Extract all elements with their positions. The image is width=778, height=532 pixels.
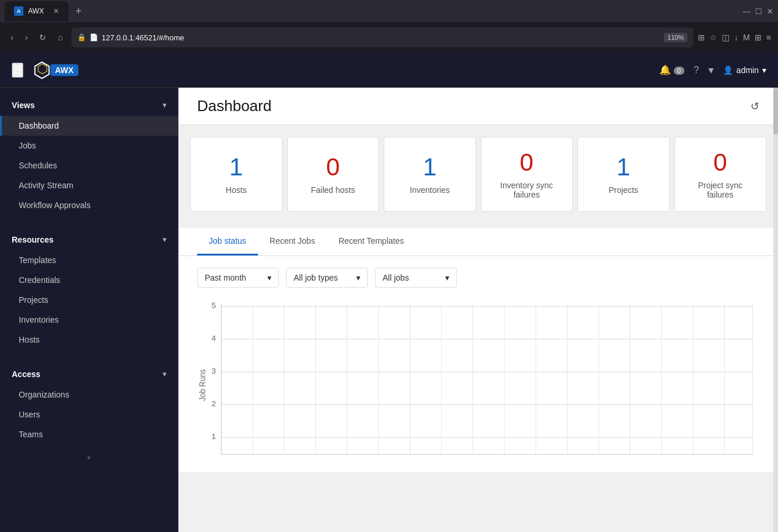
close-window-button[interactable]: ✕	[767, 7, 773, 16]
help-chevron-icon[interactable]: ▾	[708, 64, 714, 77]
pocket-icon[interactable]: ◫	[722, 33, 729, 42]
access-chevron-icon: ▾	[163, 370, 166, 378]
sidebar-item-workflow-approvals[interactable]: Workflow Approvals	[0, 195, 178, 215]
browser-chrome: A AWX ✕ + — ☐ ✕ ‹ › ↻ ⌂ 🔒 📄 110% ⊞ ☆ ◫ ↓…	[0, 0, 778, 53]
stat-card-inventories[interactable]: 1 Inventories	[384, 137, 476, 212]
user-menu-button[interactable]: 👤 admin ▾	[723, 65, 766, 75]
new-tab-button[interactable]: +	[71, 5, 87, 18]
sidebar-item-schedules[interactable]: Schedules	[0, 156, 178, 175]
inventory-sync-failures-label: Inventory sync failures	[491, 181, 563, 199]
sidebar-item-projects[interactable]: Projects	[0, 290, 178, 310]
logo-box: AWX	[50, 64, 78, 76]
tabs: Job status Recent Jobs Recent Templates	[197, 228, 759, 255]
tab-recent-jobs[interactable]: Recent Jobs	[258, 228, 327, 255]
sidebar-item-credentials[interactable]: Credentials	[0, 270, 178, 290]
hex-icon-2: ⬡	[37, 61, 48, 77]
active-tab[interactable]: A AWX ✕	[5, 1, 68, 21]
tab-favicon: A	[14, 6, 23, 16]
tab-recent-templates[interactable]: Recent Templates	[327, 228, 416, 255]
views-chevron-icon: ▾	[163, 101, 166, 109]
user-name: admin	[736, 65, 759, 75]
status-filter[interactable]: All jobs ▾	[375, 268, 457, 288]
notifications-button[interactable]: 🔔 0	[659, 64, 684, 75]
menu-toggle-button[interactable]: ☰	[12, 63, 23, 78]
period-filter-value: Past month	[205, 273, 246, 282]
tab-job-status[interactable]: Job status	[197, 228, 258, 255]
stat-card-projects[interactable]: 1 Projects	[577, 137, 670, 212]
period-filter[interactable]: Past month ▾	[197, 268, 279, 288]
sidebar-item-jobs[interactable]: Jobs	[0, 136, 178, 156]
minimize-button[interactable]: —	[743, 7, 751, 16]
status-filter-chevron-icon: ▾	[445, 273, 449, 282]
sidebar-access-label: Access	[12, 369, 40, 379]
page-title: Dashboard	[197, 97, 271, 115]
sidebar-access-header[interactable]: Access ▾	[0, 364, 178, 385]
address-bar[interactable]	[102, 33, 660, 42]
resources-chevron-icon: ▾	[163, 236, 166, 244]
sidebar: Views ▾ Dashboard Jobs Schedules Activit…	[0, 53, 178, 532]
back-button[interactable]: ‹	[7, 30, 17, 44]
address-bar-container: 🔒 📄 110%	[71, 27, 693, 47]
forward-button[interactable]: ›	[22, 30, 32, 44]
hosts-label: Hosts	[226, 185, 247, 195]
zoom-level: 110%	[664, 33, 687, 42]
scrollbar-thumb[interactable]	[773, 88, 778, 134]
sidebar-resources-label: Resources	[12, 235, 54, 244]
sidebar-views-label: Views	[12, 101, 35, 110]
inventories-count: 1	[423, 154, 436, 181]
stat-card-project-sync-failures[interactable]: 0 Project sync failures	[674, 137, 767, 212]
projects-count: 1	[617, 154, 630, 181]
dashboard-header: Dashboard ↺	[178, 88, 778, 125]
reload-button[interactable]: ↻	[36, 30, 50, 44]
sidebar-item-inventories[interactable]: Inventories	[0, 310, 178, 330]
notification-count: 0	[674, 67, 684, 75]
home-button[interactable]: ⌂	[54, 30, 66, 44]
refresh-button[interactable]: ↺	[751, 100, 759, 113]
sidebar-item-teams[interactable]: Teams	[0, 424, 178, 444]
failed-hosts-label: Failed hosts	[311, 185, 355, 195]
addon-icon[interactable]: ⊞	[755, 33, 762, 42]
downloads-icon[interactable]: ↓	[734, 33, 738, 42]
sidebar-item-dashboard[interactable]: Dashboard	[0, 116, 178, 136]
project-sync-failures-label: Project sync failures	[684, 181, 757, 199]
period-filter-chevron-icon: ▾	[267, 273, 271, 282]
help-button[interactable]: ?	[694, 65, 699, 75]
bookmark-icon[interactable]: ☆	[710, 33, 717, 42]
toolbar-icons: ⊞ ☆ ◫ ↓ M ⊞ ≡	[698, 33, 771, 42]
sidebar-resources-header[interactable]: Resources ▾	[0, 229, 178, 250]
extensions-icon[interactable]: ⊞	[698, 33, 705, 42]
sidebar-item-templates[interactable]: Templates	[0, 250, 178, 270]
lock-icon: 🔒	[77, 33, 86, 42]
stat-card-failed-hosts[interactable]: 0 Failed hosts	[287, 137, 380, 212]
svg-text:1: 1	[211, 433, 216, 441]
stat-card-hosts[interactable]: 1 Hosts	[190, 137, 283, 212]
sidebar-views-header[interactable]: Views ▾	[0, 95, 178, 116]
sidebar-item-organizations[interactable]: Organizations	[0, 385, 178, 405]
failed-hosts-count: 0	[326, 154, 340, 181]
job-type-filter-value: All job types	[294, 273, 338, 282]
projects-label: Projects	[608, 185, 638, 195]
chart-filters: Past month ▾ All job types ▾ All jobs ▾	[197, 268, 759, 288]
inventory-sync-failures-count: 0	[520, 149, 533, 176]
more-icon[interactable]: ≡	[766, 33, 771, 42]
inventories-label: Inventories	[410, 185, 450, 195]
tab-close-button[interactable]: ✕	[53, 7, 59, 15]
user-icon: 👤	[723, 65, 733, 75]
sidebar-section-access: Access ▾ Organizations Users Teams	[0, 357, 178, 451]
user-chevron-icon: ▾	[762, 65, 766, 75]
profile-icon[interactable]: M	[743, 33, 750, 42]
sidebar-item-hosts[interactable]: Hosts	[0, 330, 178, 350]
stat-card-inventory-sync-failures[interactable]: 0 Inventory sync failures	[481, 137, 573, 212]
stats-grid: 1 Hosts 0 Failed hosts 1 Inventories 0 I…	[178, 125, 778, 223]
svg-text:Job Runs: Job Runs	[198, 369, 206, 401]
tabs-container: Job status Recent Jobs Recent Templates	[178, 228, 778, 256]
sidebar-item-users[interactable]: Users	[0, 405, 178, 424]
top-nav-right: 🔔 0 ? ▾ 👤 admin ▾	[659, 64, 766, 77]
job-type-filter[interactable]: All job types ▾	[286, 268, 368, 288]
sidebar-item-activity-stream[interactable]: Activity Stream	[0, 175, 178, 195]
hosts-count: 1	[229, 154, 243, 181]
main-scrollbar[interactable]	[773, 88, 778, 532]
maximize-button[interactable]: ☐	[755, 7, 762, 16]
page-icon: 📄	[89, 33, 98, 42]
sidebar-section-views: Views ▾ Dashboard Jobs Schedules Activit…	[0, 88, 178, 222]
